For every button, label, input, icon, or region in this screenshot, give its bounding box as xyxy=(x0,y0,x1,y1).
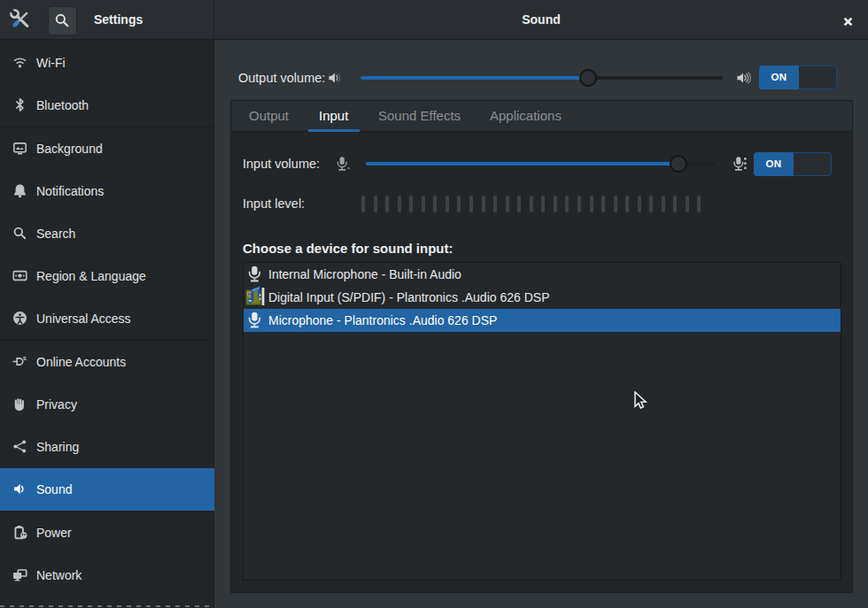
svg-text:s: s xyxy=(23,354,27,362)
